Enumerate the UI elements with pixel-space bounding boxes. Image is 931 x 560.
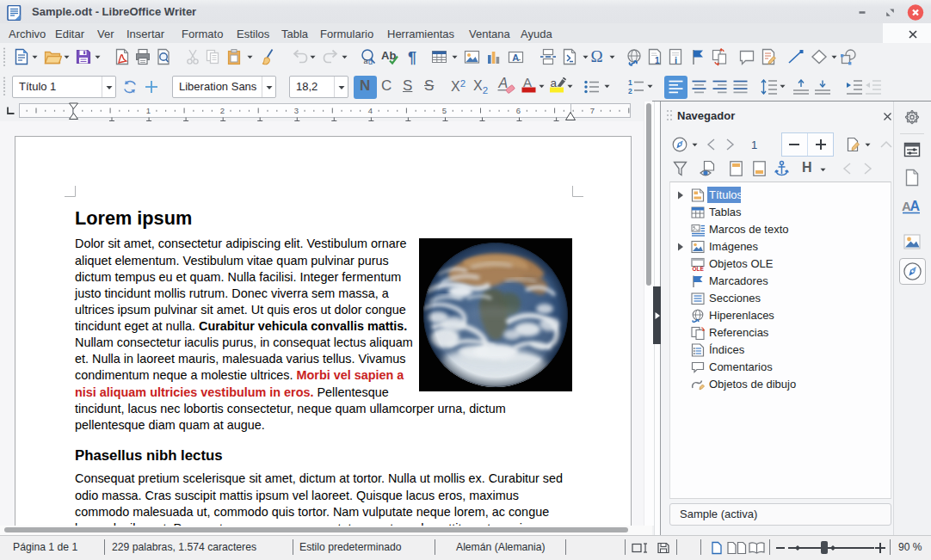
svg-text:1: 1	[655, 56, 660, 65]
svg-text:1: 1	[628, 78, 632, 87]
svg-text:Ω: Ω	[591, 47, 603, 65]
svg-text:A: A	[498, 76, 509, 90]
svg-text:i: i	[675, 55, 677, 65]
svg-text:¶: ¶	[408, 49, 416, 66]
svg-text:A: A	[523, 75, 532, 89]
svg-text:A: A	[512, 52, 519, 63]
svg-text:a: a	[364, 57, 368, 65]
svg-text:OLE: OLE	[693, 265, 705, 271]
svg-text:d: d	[368, 58, 373, 66]
svg-text:2: 2	[628, 87, 632, 95]
svg-text:A: A	[910, 199, 921, 213]
svg-text:a: a	[551, 77, 558, 89]
